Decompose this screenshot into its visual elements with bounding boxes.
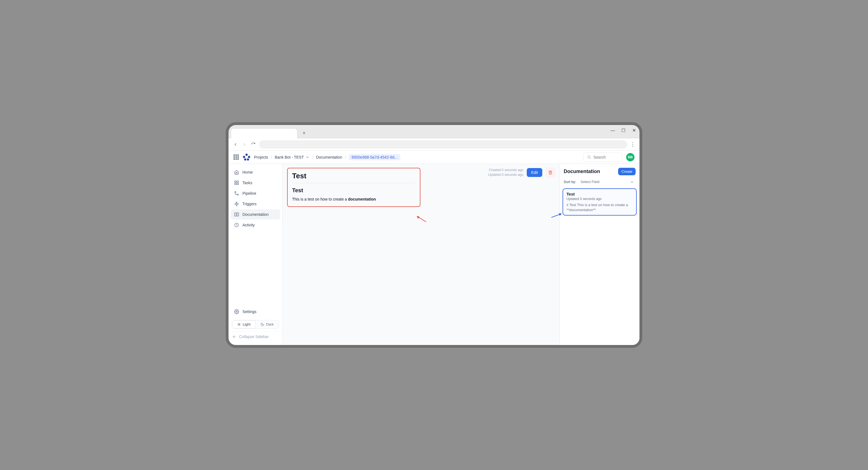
svg-line-18 [240,323,241,323]
window-minimize-button[interactable]: — [611,128,615,133]
theme-toggle: Light Dark [232,320,279,329]
browser-tab[interactable] [231,128,298,138]
svg-line-17 [240,325,241,326]
sidebar-item-settings[interactable]: Settings [231,307,280,317]
back-button[interactable] [232,142,239,147]
reload-button[interactable] [250,142,256,147]
breadcrumb-section[interactable]: Documentation [316,155,342,159]
window-close-button[interactable]: ✕ [632,128,636,133]
book-icon [234,212,239,217]
app-logo[interactable] [243,154,250,161]
search-input[interactable] [583,152,622,162]
svg-point-10 [236,311,238,313]
browser-tab-strip: + — ☐ ✕ [228,125,640,138]
edit-button[interactable]: Edit [527,168,542,177]
apps-grid-icon[interactable] [234,154,239,160]
sidebar-item-pipeline[interactable]: Pipeline [231,188,280,198]
create-button[interactable]: Create [618,168,636,175]
avatar[interactable]: BB [626,153,634,161]
sidebar-item-label: Tasks [242,181,252,185]
sidebar-item-activity[interactable]: Activity [231,220,280,230]
panel-title: Documentation [564,169,600,174]
sidebar-item-label: Documentation [242,212,269,217]
card-updated: Updated 0 seconds ago [566,197,633,201]
theme-dark-button[interactable]: Dark [255,320,279,328]
reload-icon [251,142,255,147]
chevrons-left-icon [232,334,236,339]
sort-select[interactable]: Select Field [579,179,636,185]
svg-line-16 [238,323,238,323]
sidebar-item-label: Home [242,170,253,174]
breadcrumb-root[interactable]: Projects [254,155,268,159]
document-title: Test [292,172,415,180]
right-panel: Documentation Create Sort by: Select Fie… [559,164,640,345]
home-icon [234,170,239,175]
svg-point-11 [239,324,240,325]
sidebar-item-label: Triggers [242,202,256,206]
card-preview: # Test This is a test on how to create a… [566,203,633,212]
main-content: Test Test This is a test on how to creat… [283,164,559,345]
svg-marker-21 [417,216,420,219]
breadcrumb-current: 8900e968-5a7d-4542-8d... [349,154,400,160]
arrow-left-icon [233,142,238,147]
forward-button[interactable] [241,142,247,147]
sort-label: Sort by: [564,180,576,184]
sidebar-item-label: Activity [242,223,255,227]
sidebar-item-triggers[interactable]: Triggers [231,199,280,209]
document-highlight-box: Test Test This is a test on how to creat… [287,168,421,207]
document-heading: Test [292,187,415,194]
document-body: This is a test on how to create a docume… [292,197,415,201]
arrow-right-icon [242,142,247,147]
browser-menu-button[interactable]: ⋮ [630,141,636,147]
sidebar-item-label: Settings [242,310,256,314]
card-title: Test [566,192,633,196]
chevron-down-icon [630,180,634,184]
window-maximize-button[interactable]: ☐ [621,128,626,133]
document-timestamps: Created 0 seconds ago Updated 0 seconds … [488,168,523,177]
gear-icon [234,309,239,314]
trash-icon [548,170,553,175]
svg-point-0 [588,156,590,158]
breadcrumb: Projects / Bank Bot - TEST / Documentati… [254,154,400,160]
delete-button[interactable] [546,168,555,177]
svg-rect-5 [237,183,239,185]
svg-point-7 [237,194,239,195]
sidebar: Home Tasks Pipeline Triggers Documentati… [228,164,283,345]
breadcrumb-project[interactable]: Bank Bot - TEST [275,155,304,159]
tasks-icon [234,180,239,185]
sun-icon [237,323,241,326]
browser-nav-bar: ⋮ [228,138,640,151]
triggers-icon [234,201,239,206]
annotation-arrow-blue [550,212,563,219]
sidebar-item-documentation[interactable]: Documentation [231,209,280,219]
activity-icon [234,223,239,228]
pipeline-icon [234,191,239,196]
annotation-arrow-red [417,215,429,224]
svg-rect-2 [235,181,236,182]
search-input-field[interactable] [593,155,616,159]
svg-line-19 [238,325,238,326]
search-icon [587,155,591,159]
collapse-sidebar-button[interactable]: Collapse Sidebar [228,331,282,342]
doc-list-card[interactable]: Test Updated 0 seconds ago # Test This i… [563,188,637,215]
svg-line-1 [590,158,591,158]
app-header: Projects / Bank Bot - TEST / Documentati… [228,151,640,164]
chevron-down-icon[interactable] [305,155,309,159]
sidebar-item-label: Pipeline [242,191,256,196]
theme-light-button[interactable]: Light [232,320,255,328]
new-tab-button[interactable]: + [300,129,308,137]
moon-icon [260,323,265,326]
svg-rect-3 [237,181,239,182]
sidebar-item-home[interactable]: Home [231,167,280,177]
url-bar[interactable] [259,140,627,149]
svg-rect-4 [235,183,236,185]
svg-marker-8 [235,202,239,206]
sidebar-item-tasks[interactable]: Tasks [231,178,280,188]
svg-point-6 [235,192,236,193]
plus-icon: + [303,130,306,136]
